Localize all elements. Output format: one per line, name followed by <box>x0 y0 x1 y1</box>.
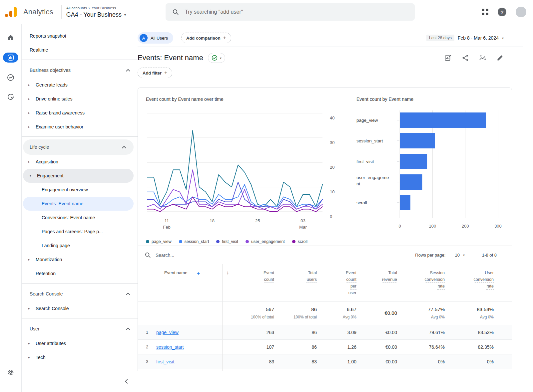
column-header-event-count-per-user[interactable]: Eventcountperuser <box>317 270 356 297</box>
sidebar-item-generate-leads[interactable]: ▸Generate leads <box>22 78 138 92</box>
column-header-total-revenue[interactable]: Totalrevenue <box>356 270 397 297</box>
event-name-header[interactable]: Event name+ <box>138 264 222 301</box>
sidebar-item-drive-online-sales[interactable]: ▸Drive online sales <box>22 92 138 106</box>
table-search-input[interactable]: Search... <box>156 253 174 258</box>
date-range-picker[interactable]: Last 28 days Feb 8 - Mar 6, 2024 ▾ <box>426 35 504 41</box>
sidebar-item-monetization[interactable]: ▸Monetization <box>22 253 138 267</box>
search-placeholder: Try searching "add user" <box>185 9 243 15</box>
sidebar-item-landing-page[interactable]: Landing page <box>22 239 138 253</box>
plus-icon: + <box>223 35 226 41</box>
edit-pencil-icon[interactable] <box>496 54 504 62</box>
column-header-session-conversion-rate[interactable]: Sessionconversionrate <box>397 270 445 297</box>
segment-chip-all-users[interactable]: A All Users <box>138 32 173 44</box>
sidebar-item-examine-user-behavior[interactable]: ▸Examine user behavior <box>22 120 138 134</box>
bar-session_start[interactable] <box>400 133 435 148</box>
sidebar-item-tech[interactable]: ▸Tech <box>22 350 138 364</box>
metric-value: 83.53% <box>478 330 494 335</box>
sidebar-item-engagement[interactable]: ▾Engagement <box>23 169 134 183</box>
sidebar-footer <box>22 369 138 392</box>
event-link-page_view[interactable]: page_view <box>156 330 179 335</box>
line-series-page_view[interactable] <box>147 130 322 207</box>
rows-per-page-select[interactable]: 10 ▾ <box>455 253 465 258</box>
metric-cell: 79.61% <box>397 325 445 339</box>
reports-nav-icon[interactable] <box>3 53 18 63</box>
column-header-line: users <box>306 277 317 283</box>
advertising-nav-icon[interactable] <box>6 93 15 101</box>
metric-value: 1.00 <box>347 359 356 364</box>
column-header-total-users[interactable]: Totalusers <box>274 270 317 297</box>
add-dimension-icon[interactable]: + <box>197 270 200 277</box>
sidebar-item-reports-snapshot[interactable]: Reports snapshot <box>22 29 138 43</box>
pagination-range: 1-8 of 8 <box>482 253 497 258</box>
sidebar-item-raise-brand-awareness[interactable]: ▸Raise brand awareness <box>22 106 138 120</box>
legend-label: session_start <box>185 239 209 244</box>
sidebar-item-realtime[interactable]: Realtime <box>22 43 138 57</box>
sidebar-item-acquisition[interactable]: ▸Acquisition <box>22 155 138 169</box>
legend-item-first_visit[interactable]: first_visit <box>216 239 238 244</box>
section-label: User <box>30 326 40 331</box>
report-status-badge[interactable]: ▾ <box>208 53 225 63</box>
triangle-right-icon: ▸ <box>28 342 36 345</box>
column-header-line: conversion <box>474 277 494 283</box>
customize-report-icon[interactable] <box>444 54 452 62</box>
triangle-right-icon: ▸ <box>28 111 36 114</box>
add-filter-label: Add filter <box>143 71 162 76</box>
sidebar-section-life-cycle[interactable]: Life cycle <box>23 139 134 155</box>
event-link-session_start[interactable]: session_start <box>156 344 184 350</box>
legend-item-scroll[interactable]: scroll <box>292 239 307 244</box>
analytics-logo-icon[interactable] <box>6 6 18 18</box>
column-header-event-count[interactable]: Eventcount <box>238 270 274 297</box>
table-header-row: Event name+↓EventcountTotalusersEventcou… <box>138 264 512 301</box>
home-icon[interactable] <box>6 33 15 42</box>
line-series-session_start[interactable] <box>147 185 322 207</box>
sidebar-item-pages-and-screens-page-p-[interactable]: Pages and screens: Page p... <box>22 225 138 239</box>
legend-item-user_engagement[interactable]: user_engagement <box>246 239 285 244</box>
account-switcher[interactable]: All accounts › Your Business GA4 - Your … <box>66 6 126 18</box>
breadcrumb-current[interactable]: Your Business <box>92 6 116 10</box>
sidebar-item-user-attributes[interactable]: ▸User attributes <box>22 336 138 350</box>
explore-nav-icon[interactable] <box>6 73 15 82</box>
add-comparison-button[interactable]: Add comparison + <box>181 33 231 43</box>
sidebar-collapse-row <box>22 375 138 388</box>
global-search-input[interactable]: Try searching "add user" <box>166 3 415 21</box>
triangle-down-icon: ▾ <box>30 174 37 177</box>
bar-chart[interactable]: 0100200300page_viewsession_startfirst_vi… <box>356 108 503 241</box>
avatar[interactable] <box>516 7 526 17</box>
bar-user_engagement[interactable] <box>400 174 422 190</box>
column-header-user-conversion-rate[interactable]: Userconversionrate <box>445 270 494 297</box>
bar-scroll[interactable] <box>400 195 411 210</box>
check-circle-icon <box>212 55 218 61</box>
metric-value: €0.00 <box>385 344 397 350</box>
legend-item-page_view[interactable]: page_view <box>146 239 172 244</box>
admin-gear-icon[interactable] <box>6 368 15 377</box>
column-header-line: Session <box>430 270 445 276</box>
row-name-cell: 1page_view <box>138 325 222 339</box>
event-link-first_visit[interactable]: first_visit <box>156 359 174 364</box>
x-axis-label: 300 <box>494 224 502 229</box>
sidebar-item-retention[interactable]: Retention <box>22 267 138 281</box>
sidebar-item-events-event-name[interactable]: Events: Event name <box>23 197 134 211</box>
bar-first_visit[interactable] <box>400 154 427 169</box>
x-axis-label: 18 <box>210 218 215 223</box>
breadcrumb-root[interactable]: All accounts <box>66 6 87 10</box>
line-chart[interactable]: 01020304011Feb182503Mar <box>146 108 349 241</box>
sidebar-section-business-objectives[interactable]: Business objectives <box>22 63 138 78</box>
insights-icon[interactable] <box>479 54 486 62</box>
apps-grid-icon[interactable] <box>482 9 488 15</box>
triangle-right-icon: ▸ <box>28 258 36 261</box>
sidebar-item-engagement-overview[interactable]: Engagement overview <box>22 183 138 197</box>
sidebar-item-search-console[interactable]: ▸Search Console <box>22 301 138 315</box>
add-filter-button[interactable]: Add filter + <box>138 68 172 78</box>
help-icon[interactable]: ? <box>498 8 506 16</box>
column-header-line: rate <box>437 284 445 290</box>
sidebar-section-search-console[interactable]: Search Console <box>22 286 138 301</box>
legend-item-session_start[interactable]: session_start <box>179 239 209 244</box>
sidebar-item-conversions-event-name[interactable]: Conversions: Event name <box>22 211 138 225</box>
sidebar-section-user[interactable]: User <box>22 321 138 336</box>
sort-descending-icon[interactable]: ↓ <box>227 270 229 275</box>
bar-page_view[interactable] <box>400 112 486 128</box>
collapse-sidebar-icon[interactable] <box>125 379 130 384</box>
legend-dot-icon <box>146 240 149 243</box>
totals-value: 86 <box>311 306 317 312</box>
share-icon[interactable] <box>462 54 469 62</box>
